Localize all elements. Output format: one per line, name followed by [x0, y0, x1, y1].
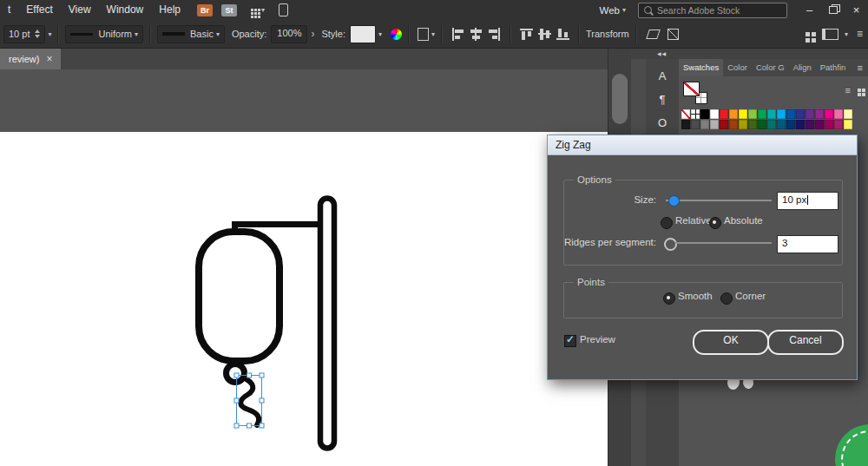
menu-effect[interactable]: Effect: [18, 0, 60, 20]
panel-tab-color-g[interactable]: Color G: [752, 59, 789, 76]
workspace-grid-icon[interactable]: [251, 9, 253, 11]
absolute-radio[interactable]: [709, 217, 721, 229]
restore-button[interactable]: [821, 0, 845, 20]
selection-handle[interactable]: [260, 373, 264, 377]
menu-help[interactable]: Help: [151, 0, 188, 20]
style-swatch[interactable]: [350, 25, 376, 43]
cancel-button[interactable]: Cancel: [767, 330, 844, 355]
swatch[interactable]: [700, 120, 709, 129]
fill-none-icon[interactable]: [683, 82, 700, 96]
scrollbar-thumb[interactable]: [612, 74, 628, 124]
grid-view-icon[interactable]: [858, 89, 861, 92]
swatch[interactable]: [767, 109, 776, 119]
ridges-slider-track[interactable]: [675, 242, 772, 244]
workspace-switcher[interactable]: Web ▾: [600, 5, 626, 16]
size-input[interactable]: 10 px: [777, 192, 838, 210]
swatch[interactable]: [777, 109, 786, 119]
swatch[interactable]: [825, 109, 833, 119]
recolor-artwork-icon[interactable]: [391, 29, 402, 40]
align-center-icon[interactable]: [470, 28, 483, 41]
smooth-radio[interactable]: [663, 292, 675, 305]
swatch[interactable]: [758, 109, 766, 119]
swatch[interactable]: [720, 120, 728, 129]
swatch[interactable]: [834, 120, 843, 129]
swatch[interactable]: [758, 120, 766, 129]
swatch[interactable]: [844, 109, 852, 119]
fill-stroke-proxy[interactable]: [683, 82, 707, 104]
paragraph-panel-icon[interactable]: ¶: [646, 89, 679, 109]
pasteboard[interactable]: [0, 69, 608, 132]
minimize-button[interactable]: –: [798, 0, 821, 20]
swatch[interactable]: [767, 120, 776, 129]
bridge-badge[interactable]: Br: [197, 4, 213, 16]
ok-button[interactable]: OK: [693, 330, 769, 355]
caret-down-icon[interactable]: ▾: [378, 30, 382, 38]
absolute-label[interactable]: Absolute: [724, 215, 763, 226]
swatch[interactable]: [720, 109, 728, 119]
swatch[interactable]: [748, 109, 757, 119]
panel-tab-pathfin[interactable]: Pathfin: [816, 59, 851, 76]
swatch[interactable]: [691, 120, 700, 129]
search-input[interactable]: Search Adobe Stock: [638, 3, 787, 18]
swatch[interactable]: [777, 120, 786, 129]
swatch[interactable]: [786, 120, 795, 129]
preview-label[interactable]: Preview: [580, 334, 615, 345]
selection-handle[interactable]: [260, 423, 264, 428]
character-panel-icon[interactable]: A: [646, 66, 679, 86]
smooth-label[interactable]: Smooth: [678, 291, 713, 301]
artwork-iv-bag[interactable]: [199, 232, 279, 361]
swatch[interactable]: [710, 109, 719, 119]
document-setup-icon[interactable]: [418, 28, 429, 41]
width-profile-combo[interactable]: Uniform ▾: [65, 25, 143, 43]
selection-handle[interactable]: [260, 398, 264, 403]
panel-tab-color[interactable]: Color: [723, 59, 752, 76]
selection-handle[interactable]: [234, 398, 239, 403]
ridges-slider-knob[interactable]: [664, 238, 677, 251]
menu-icon[interactable]: ≡: [857, 28, 863, 40]
swatch[interactable]: [825, 120, 833, 129]
caret-down-icon[interactable]: ▾: [845, 30, 848, 38]
swatch[interactable]: [806, 109, 814, 119]
caret-down-icon[interactable]: ▾: [431, 30, 435, 38]
align-right-icon[interactable]: [488, 28, 501, 41]
relative-label[interactable]: Relative: [675, 215, 712, 226]
free-distort-icon[interactable]: [667, 29, 679, 40]
preview-checkbox[interactable]: [564, 335, 576, 347]
document-grid-icon[interactable]: [806, 32, 810, 36]
device-preview-icon[interactable]: [279, 3, 288, 16]
stock-badge[interactable]: St: [221, 4, 237, 16]
selection-handle[interactable]: [234, 373, 239, 377]
stroke-weight-combo[interactable]: 10 pt: [3, 25, 45, 43]
swatch[interactable]: [844, 120, 852, 129]
opacity-more-icon[interactable]: ›: [311, 28, 314, 40]
opentype-panel-icon[interactable]: O: [646, 113, 679, 133]
swatch[interactable]: [739, 120, 747, 129]
swatch[interactable]: [748, 120, 757, 129]
swatch[interactable]: [834, 109, 843, 119]
swatch[interactable]: [700, 109, 709, 119]
caret-down-icon[interactable]: ▾: [48, 30, 51, 38]
stepper-icon[interactable]: [35, 30, 40, 38]
swatch[interactable]: [815, 109, 824, 119]
selection-handle[interactable]: [234, 423, 239, 428]
caret-down-icon[interactable]: ▾: [261, 6, 265, 14]
swatch[interactable]: [786, 109, 795, 119]
opacity-value[interactable]: 100%: [271, 25, 307, 43]
dialog-title[interactable]: Zig Zag: [548, 135, 857, 155]
swatch[interactable]: [739, 109, 747, 119]
panel-tab-align[interactable]: Align: [789, 59, 816, 76]
menu-window[interactable]: Window: [99, 0, 152, 20]
artwork-zigzag-tube[interactable]: [240, 377, 259, 425]
collapse-panels-icon[interactable]: ◀◀: [657, 50, 667, 56]
swatch[interactable]: [681, 120, 690, 129]
swatch[interactable]: [796, 109, 805, 119]
close-button[interactable]: ×: [845, 0, 868, 20]
align-bottom-icon[interactable]: [556, 28, 569, 41]
tab-close-icon[interactable]: ×: [46, 53, 52, 65]
ridges-input[interactable]: 3: [777, 235, 838, 253]
panel-toggle-icon[interactable]: [822, 29, 838, 40]
shear-icon[interactable]: [646, 30, 661, 39]
corner-radio[interactable]: [720, 292, 733, 305]
swatch[interactable]: [729, 109, 738, 119]
relative-radio[interactable]: [661, 217, 673, 229]
